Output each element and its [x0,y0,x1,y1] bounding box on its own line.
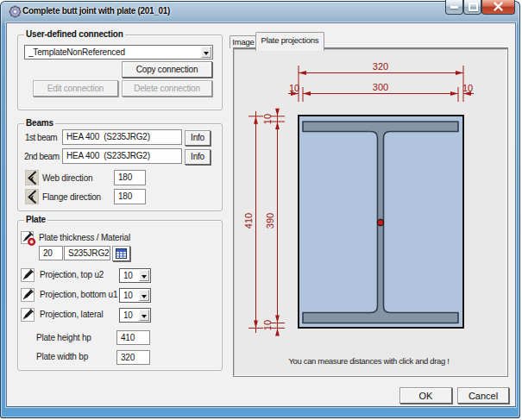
svg-text:10: 10 [289,83,299,93]
svg-text:300: 300 [373,82,388,92]
svg-text:410: 410 [243,213,254,229]
svg-text:10: 10 [262,114,273,124]
svg-text:10: 10 [462,83,473,93]
svg-text:10: 10 [262,320,273,330]
svg-text:390: 390 [265,213,275,229]
svg-text:320: 320 [373,61,388,72]
